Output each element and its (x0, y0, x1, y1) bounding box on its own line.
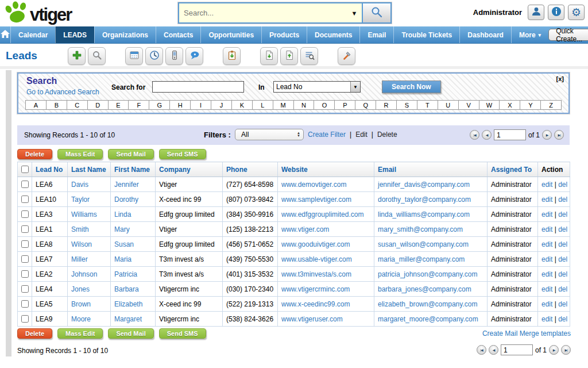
alphabet-E[interactable]: E (108, 100, 129, 110)
cell-last-name[interactable]: Taylor (68, 192, 111, 207)
delete-button[interactable]: Delete (17, 328, 52, 339)
column-header-lead-no[interactable]: Lead No (32, 162, 68, 177)
column-header-email[interactable]: Email (374, 162, 488, 177)
del-link[interactable]: del (558, 315, 567, 323)
phone-button[interactable] (165, 47, 183, 65)
cell-first-name[interactable]: Barbara (111, 282, 156, 297)
search-for-input[interactable] (152, 81, 244, 93)
row-checkbox[interactable] (21, 181, 29, 188)
prev-page-button[interactable]: ◀ (482, 130, 492, 140)
cell-first-name[interactable]: Mary (111, 222, 156, 237)
last-page-button[interactable]: ▶| (554, 130, 564, 140)
nav-tab-dashboard[interactable]: Dashboard (459, 26, 511, 43)
cell-website[interactable]: www.usable-vtiger.com (278, 252, 374, 267)
search-dropdown-arrow-icon[interactable]: ▼ (347, 3, 362, 22)
cell-first-name[interactable]: Susan (111, 237, 156, 252)
edit-link[interactable]: edit (541, 285, 552, 293)
alphabet-Y[interactable]: Y (520, 100, 541, 110)
nav-tab-products[interactable]: Products (261, 26, 307, 43)
edit-link[interactable]: edit (541, 181, 552, 189)
cell-first-name[interactable]: Patricia (111, 267, 156, 282)
cell-first-name[interactable]: Maria (111, 252, 156, 267)
alphabet-P[interactable]: P (334, 100, 355, 110)
alphabet-K[interactable]: K (231, 100, 253, 110)
alphabet-I[interactable]: I (190, 100, 211, 110)
search-leads-button[interactable] (88, 47, 106, 65)
search-now-button[interactable]: Search Now (382, 80, 441, 93)
cell-website[interactable]: www.vtigeruser.com (278, 312, 374, 327)
row-checkbox[interactable] (21, 210, 29, 218)
cell-last-name[interactable]: Williams (68, 207, 111, 222)
cell-website[interactable]: www.gooduivtiger.com (278, 237, 374, 252)
export-button[interactable] (280, 47, 298, 65)
edit-filter-link[interactable]: Edit (355, 131, 368, 139)
nav-tab-opportunities[interactable]: Opportunities (200, 26, 261, 43)
page-input[interactable] (494, 129, 526, 140)
send-mail-button[interactable]: Send Mail (108, 328, 153, 339)
cell-website[interactable]: www.x-ceedinc99.com (278, 297, 374, 312)
alphabet-Z[interactable]: Z (540, 100, 562, 110)
row-checkbox[interactable] (21, 195, 29, 203)
row-checkbox[interactable] (21, 225, 29, 233)
row-checkbox[interactable] (21, 315, 29, 323)
edit-link[interactable]: edit (541, 315, 552, 323)
cell-last-name[interactable]: Smith (68, 222, 111, 237)
edit-link[interactable]: edit (541, 240, 552, 248)
mass-edit-button[interactable]: Mass Edit (57, 328, 103, 339)
nav-tab-more[interactable]: More▾ (511, 26, 548, 43)
tools-button[interactable] (338, 47, 355, 65)
nav-tab-trouble-tickets[interactable]: Trouble Tickets (393, 26, 459, 43)
clock-button[interactable] (145, 47, 163, 65)
nav-tab-organizations[interactable]: Organizations (94, 26, 156, 43)
alphabet-H[interactable]: H (169, 100, 191, 110)
del-link[interactable]: del (558, 195, 567, 204)
page-input[interactable] (501, 344, 533, 355)
alphabet-Q[interactable]: Q (355, 100, 376, 110)
cell-first-name[interactable]: Jennifer (111, 177, 156, 192)
calendar-button[interactable] (125, 47, 143, 65)
cell-last-name[interactable]: Jones (68, 282, 111, 297)
alphabet-M[interactable]: M (273, 100, 294, 110)
cell-last-name[interactable]: Wilson (68, 237, 111, 252)
alphabet-S[interactable]: S (396, 100, 417, 110)
alphabet-X[interactable]: X (499, 100, 520, 110)
alphabet-F[interactable]: F (128, 100, 149, 110)
mail-merge-link[interactable]: Create Mail Merge templates (482, 329, 571, 338)
edit-link[interactable]: edit (541, 210, 552, 218)
alphabet-J[interactable]: J (211, 100, 232, 110)
nav-tab-home[interactable] (0, 26, 10, 43)
mass-edit-button[interactable]: Mass Edit (57, 149, 103, 159)
alphabet-C[interactable]: C (67, 100, 88, 110)
alphabet-R[interactable]: R (376, 100, 397, 110)
column-header-first-name[interactable]: First Name (111, 162, 156, 177)
alphabet-W[interactable]: W (479, 100, 500, 110)
cell-last-name[interactable]: Brown (68, 297, 111, 312)
first-page-button[interactable]: |◀ (477, 345, 486, 355)
quick-create-select[interactable]: Quick Create... ▲▼ (548, 29, 588, 41)
cell-last-name[interactable]: Davis (68, 177, 111, 192)
cell-first-name[interactable]: Dorothy (111, 192, 156, 207)
send-sms-button[interactable]: Send SMS (159, 328, 206, 339)
nav-tab-email[interactable]: Email (359, 26, 393, 43)
close-search-panel-button[interactable]: [x] (556, 75, 564, 82)
del-link[interactable]: del (558, 181, 567, 189)
row-checkbox[interactable] (21, 255, 29, 263)
create-filter-link[interactable]: Create Filter (308, 131, 346, 139)
next-page-button[interactable]: ▶ (542, 130, 552, 140)
alphabet-A[interactable]: A (25, 100, 47, 110)
cell-email[interactable]: jennifer_davis@company.com (374, 177, 488, 192)
cell-first-name[interactable]: Elizabeth (111, 297, 156, 312)
edit-link[interactable]: edit (541, 300, 552, 308)
filter-select[interactable]: All ▲▼ (235, 129, 304, 140)
chat-button[interactable] (185, 47, 203, 65)
global-search-input[interactable] (179, 3, 347, 22)
column-header-phone[interactable]: Phone (223, 162, 278, 177)
del-link[interactable]: del (558, 255, 567, 263)
next-page-button[interactable]: ▶ (549, 345, 559, 355)
del-link[interactable]: del (558, 240, 567, 248)
cell-first-name[interactable]: Linda (111, 207, 156, 222)
column-header-last-name[interactable]: Last Name (68, 162, 111, 177)
edit-link[interactable]: edit (541, 255, 552, 263)
search-field-select[interactable]: Lead No ▼ (273, 81, 361, 93)
help-button[interactable] (548, 5, 564, 20)
